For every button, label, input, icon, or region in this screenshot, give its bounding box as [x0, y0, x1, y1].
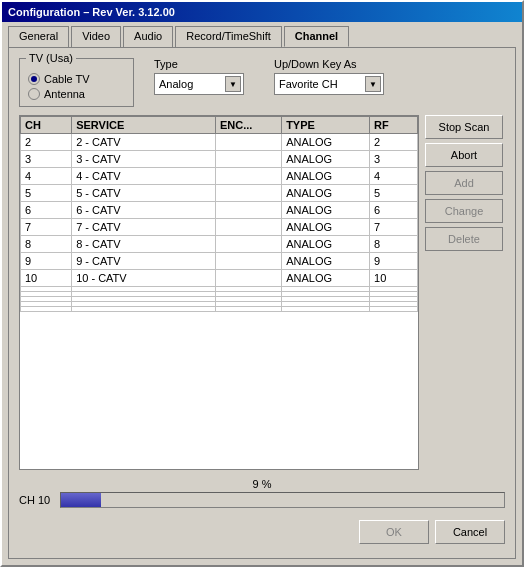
radio-antenna-circle [28, 88, 40, 100]
type-label: Type [154, 58, 244, 70]
tab-record-timeshift[interactable]: Record/TimeShift [175, 26, 282, 47]
radio-group: Cable TV Antenna [28, 73, 125, 100]
table-header-row: CH SERVICE ENC... TYPE RF [21, 117, 418, 134]
progress-area: 9 % CH 10 [19, 478, 505, 508]
table-row[interactable]: 66 - CATVANALOG6 [21, 202, 418, 219]
radio-antenna[interactable]: Antenna [28, 88, 125, 100]
tv-group: TV (Usa) Cable TV Antenna [19, 58, 134, 107]
updown-block: Up/Down Key As Favorite CH ▼ [274, 58, 384, 95]
table-row[interactable]: 55 - CATVANALOG5 [21, 185, 418, 202]
radio-cable-circle [28, 73, 40, 85]
cancel-button[interactable]: Cancel [435, 520, 505, 544]
title-bar: Configuration – Rev Ver. 3.12.00 [2, 2, 522, 22]
tab-channel[interactable]: Channel [284, 26, 349, 47]
table-row[interactable]: 1010 - CATVANALOG10 [21, 270, 418, 287]
change-button[interactable]: Change [425, 199, 503, 223]
updown-dropdown-arrow: ▼ [365, 76, 381, 92]
channel-table: CH SERVICE ENC... TYPE RF 22 - CATVANALO… [20, 116, 418, 312]
type-dropdown[interactable]: Analog ▼ [154, 73, 244, 95]
tab-audio[interactable]: Audio [123, 26, 173, 47]
progress-ch-row: CH 10 [19, 492, 505, 508]
progress-label-row: 9 % [19, 478, 505, 490]
stop-scan-button[interactable]: Stop Scan [425, 115, 503, 139]
tab-video[interactable]: Video [71, 26, 121, 47]
type-dropdown-arrow: ▼ [225, 76, 241, 92]
channel-table-container: CH SERVICE ENC... TYPE RF 22 - CATVANALO… [19, 115, 419, 470]
tab-bar: General Video Audio Record/TimeShift Cha… [2, 22, 522, 47]
progress-bar-outer [60, 492, 505, 508]
table-row[interactable]: 99 - CATVANALOG9 [21, 253, 418, 270]
table-row[interactable]: 33 - CATVANALOG3 [21, 151, 418, 168]
table-row[interactable]: 88 - CATVANALOG8 [21, 236, 418, 253]
buttons-column: Stop Scan Abort Add Change Delete [425, 115, 505, 470]
add-button[interactable]: Add [425, 171, 503, 195]
col-enc: ENC... [215, 117, 281, 134]
ok-button[interactable]: OK [359, 520, 429, 544]
delete-button[interactable]: Delete [425, 227, 503, 251]
progress-channel-label: CH 10 [19, 494, 54, 506]
col-service: SERVICE [72, 117, 216, 134]
col-rf: RF [370, 117, 418, 134]
type-block: Type Analog ▼ [154, 58, 244, 95]
bottom-row: OK Cancel [19, 516, 505, 548]
col-type: TYPE [282, 117, 370, 134]
tab-channel-content: TV (Usa) Cable TV Antenna Type [8, 47, 516, 559]
main-window: Configuration – Rev Ver. 3.12.00 General… [0, 0, 524, 567]
progress-percent: 9 % [253, 478, 272, 490]
table-row[interactable] [21, 307, 418, 312]
main-area: CH SERVICE ENC... TYPE RF 22 - CATVANALO… [19, 115, 505, 470]
updown-label: Up/Down Key As [274, 58, 384, 70]
top-row: TV (Usa) Cable TV Antenna Type [19, 58, 505, 107]
table-row[interactable]: 77 - CATVANALOG7 [21, 219, 418, 236]
updown-dropdown[interactable]: Favorite CH ▼ [274, 73, 384, 95]
abort-button[interactable]: Abort [425, 143, 503, 167]
radio-cable-tv[interactable]: Cable TV [28, 73, 125, 85]
col-ch: CH [21, 117, 72, 134]
table-row[interactable]: 22 - CATVANALOG2 [21, 134, 418, 151]
table-row[interactable]: 44 - CATVANALOG4 [21, 168, 418, 185]
tab-general[interactable]: General [8, 26, 69, 47]
tv-group-legend: TV (Usa) [26, 52, 76, 64]
progress-bar-inner [61, 493, 101, 507]
window-title: Configuration – Rev Ver. 3.12.00 [8, 6, 175, 18]
